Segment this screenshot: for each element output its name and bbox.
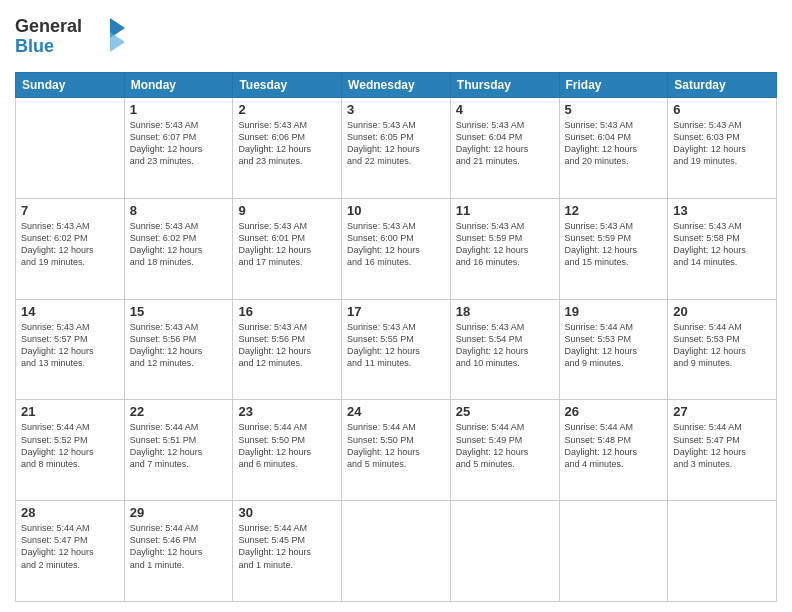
day-info: Sunrise: 5:43 AM Sunset: 5:57 PM Dayligh… xyxy=(21,321,119,370)
calendar-cell: 7Sunrise: 5:43 AM Sunset: 6:02 PM Daylig… xyxy=(16,198,125,299)
day-info: Sunrise: 5:44 AM Sunset: 5:48 PM Dayligh… xyxy=(565,421,663,470)
calendar-cell: 11Sunrise: 5:43 AM Sunset: 5:59 PM Dayli… xyxy=(450,198,559,299)
day-info: Sunrise: 5:43 AM Sunset: 6:07 PM Dayligh… xyxy=(130,119,228,168)
day-info: Sunrise: 5:44 AM Sunset: 5:47 PM Dayligh… xyxy=(21,522,119,571)
calendar-cell: 12Sunrise: 5:43 AM Sunset: 5:59 PM Dayli… xyxy=(559,198,668,299)
day-number: 28 xyxy=(21,505,119,520)
day-number: 6 xyxy=(673,102,771,117)
calendar-cell: 22Sunrise: 5:44 AM Sunset: 5:51 PM Dayli… xyxy=(124,400,233,501)
day-number: 5 xyxy=(565,102,663,117)
day-info: Sunrise: 5:43 AM Sunset: 5:58 PM Dayligh… xyxy=(673,220,771,269)
day-number: 8 xyxy=(130,203,228,218)
day-info: Sunrise: 5:43 AM Sunset: 6:05 PM Dayligh… xyxy=(347,119,445,168)
day-info: Sunrise: 5:43 AM Sunset: 6:04 PM Dayligh… xyxy=(456,119,554,168)
weekday-header-saturday: Saturday xyxy=(668,73,777,98)
day-number: 30 xyxy=(238,505,336,520)
calendar-cell: 18Sunrise: 5:43 AM Sunset: 5:54 PM Dayli… xyxy=(450,299,559,400)
day-number: 29 xyxy=(130,505,228,520)
calendar-cell: 14Sunrise: 5:43 AM Sunset: 5:57 PM Dayli… xyxy=(16,299,125,400)
weekday-header-wednesday: Wednesday xyxy=(342,73,451,98)
day-info: Sunrise: 5:43 AM Sunset: 6:02 PM Dayligh… xyxy=(130,220,228,269)
logo: General Blue xyxy=(15,10,125,64)
weekday-header-sunday: Sunday xyxy=(16,73,125,98)
calendar-cell: 28Sunrise: 5:44 AM Sunset: 5:47 PM Dayli… xyxy=(16,501,125,602)
calendar-cell: 23Sunrise: 5:44 AM Sunset: 5:50 PM Dayli… xyxy=(233,400,342,501)
calendar-cell: 25Sunrise: 5:44 AM Sunset: 5:49 PM Dayli… xyxy=(450,400,559,501)
calendar-cell xyxy=(450,501,559,602)
calendar-cell: 30Sunrise: 5:44 AM Sunset: 5:45 PM Dayli… xyxy=(233,501,342,602)
day-info: Sunrise: 5:43 AM Sunset: 5:59 PM Dayligh… xyxy=(565,220,663,269)
calendar-cell: 3Sunrise: 5:43 AM Sunset: 6:05 PM Daylig… xyxy=(342,98,451,199)
calendar-cell: 1Sunrise: 5:43 AM Sunset: 6:07 PM Daylig… xyxy=(124,98,233,199)
calendar-week-row: 14Sunrise: 5:43 AM Sunset: 5:57 PM Dayli… xyxy=(16,299,777,400)
svg-text:Blue: Blue xyxy=(15,36,54,56)
day-info: Sunrise: 5:43 AM Sunset: 5:54 PM Dayligh… xyxy=(456,321,554,370)
calendar-cell: 27Sunrise: 5:44 AM Sunset: 5:47 PM Dayli… xyxy=(668,400,777,501)
day-number: 3 xyxy=(347,102,445,117)
day-info: Sunrise: 5:43 AM Sunset: 6:01 PM Dayligh… xyxy=(238,220,336,269)
day-info: Sunrise: 5:43 AM Sunset: 6:02 PM Dayligh… xyxy=(21,220,119,269)
day-info: Sunrise: 5:43 AM Sunset: 5:55 PM Dayligh… xyxy=(347,321,445,370)
calendar-cell xyxy=(16,98,125,199)
calendar-week-row: 28Sunrise: 5:44 AM Sunset: 5:47 PM Dayli… xyxy=(16,501,777,602)
calendar-week-row: 7Sunrise: 5:43 AM Sunset: 6:02 PM Daylig… xyxy=(16,198,777,299)
calendar-cell: 10Sunrise: 5:43 AM Sunset: 6:00 PM Dayli… xyxy=(342,198,451,299)
calendar-cell: 6Sunrise: 5:43 AM Sunset: 6:03 PM Daylig… xyxy=(668,98,777,199)
calendar-cell: 19Sunrise: 5:44 AM Sunset: 5:53 PM Dayli… xyxy=(559,299,668,400)
day-number: 2 xyxy=(238,102,336,117)
day-number: 16 xyxy=(238,304,336,319)
calendar-cell: 9Sunrise: 5:43 AM Sunset: 6:01 PM Daylig… xyxy=(233,198,342,299)
weekday-header-row: SundayMondayTuesdayWednesdayThursdayFrid… xyxy=(16,73,777,98)
day-info: Sunrise: 5:44 AM Sunset: 5:51 PM Dayligh… xyxy=(130,421,228,470)
calendar-cell xyxy=(668,501,777,602)
day-number: 4 xyxy=(456,102,554,117)
day-number: 14 xyxy=(21,304,119,319)
day-info: Sunrise: 5:43 AM Sunset: 6:00 PM Dayligh… xyxy=(347,220,445,269)
day-info: Sunrise: 5:43 AM Sunset: 6:04 PM Dayligh… xyxy=(565,119,663,168)
logo-text: General Blue xyxy=(15,10,125,64)
calendar-cell: 15Sunrise: 5:43 AM Sunset: 5:56 PM Dayli… xyxy=(124,299,233,400)
calendar-cell: 20Sunrise: 5:44 AM Sunset: 5:53 PM Dayli… xyxy=(668,299,777,400)
day-number: 22 xyxy=(130,404,228,419)
day-number: 12 xyxy=(565,203,663,218)
calendar-week-row: 1Sunrise: 5:43 AM Sunset: 6:07 PM Daylig… xyxy=(16,98,777,199)
day-number: 9 xyxy=(238,203,336,218)
day-info: Sunrise: 5:44 AM Sunset: 5:53 PM Dayligh… xyxy=(565,321,663,370)
page: General Blue SundayMondayTuesdayWednesda… xyxy=(0,0,792,612)
calendar-cell: 13Sunrise: 5:43 AM Sunset: 5:58 PM Dayli… xyxy=(668,198,777,299)
calendar-cell xyxy=(342,501,451,602)
calendar-week-row: 21Sunrise: 5:44 AM Sunset: 5:52 PM Dayli… xyxy=(16,400,777,501)
day-number: 24 xyxy=(347,404,445,419)
calendar-cell: 16Sunrise: 5:43 AM Sunset: 5:56 PM Dayli… xyxy=(233,299,342,400)
day-number: 27 xyxy=(673,404,771,419)
day-number: 17 xyxy=(347,304,445,319)
weekday-header-tuesday: Tuesday xyxy=(233,73,342,98)
day-info: Sunrise: 5:43 AM Sunset: 5:59 PM Dayligh… xyxy=(456,220,554,269)
day-info: Sunrise: 5:44 AM Sunset: 5:53 PM Dayligh… xyxy=(673,321,771,370)
calendar-cell: 21Sunrise: 5:44 AM Sunset: 5:52 PM Dayli… xyxy=(16,400,125,501)
svg-marker-3 xyxy=(110,32,125,52)
calendar-cell: 5Sunrise: 5:43 AM Sunset: 6:04 PM Daylig… xyxy=(559,98,668,199)
calendar-cell: 29Sunrise: 5:44 AM Sunset: 5:46 PM Dayli… xyxy=(124,501,233,602)
day-number: 21 xyxy=(21,404,119,419)
day-info: Sunrise: 5:44 AM Sunset: 5:45 PM Dayligh… xyxy=(238,522,336,571)
day-number: 26 xyxy=(565,404,663,419)
weekday-header-thursday: Thursday xyxy=(450,73,559,98)
day-info: Sunrise: 5:44 AM Sunset: 5:49 PM Dayligh… xyxy=(456,421,554,470)
weekday-header-monday: Monday xyxy=(124,73,233,98)
calendar-cell: 26Sunrise: 5:44 AM Sunset: 5:48 PM Dayli… xyxy=(559,400,668,501)
calendar-cell: 8Sunrise: 5:43 AM Sunset: 6:02 PM Daylig… xyxy=(124,198,233,299)
day-info: Sunrise: 5:43 AM Sunset: 5:56 PM Dayligh… xyxy=(238,321,336,370)
calendar-cell xyxy=(559,501,668,602)
calendar-table: SundayMondayTuesdayWednesdayThursdayFrid… xyxy=(15,72,777,602)
day-number: 18 xyxy=(456,304,554,319)
day-number: 25 xyxy=(456,404,554,419)
day-info: Sunrise: 5:43 AM Sunset: 5:56 PM Dayligh… xyxy=(130,321,228,370)
calendar-cell: 2Sunrise: 5:43 AM Sunset: 6:06 PM Daylig… xyxy=(233,98,342,199)
calendar-cell: 17Sunrise: 5:43 AM Sunset: 5:55 PM Dayli… xyxy=(342,299,451,400)
day-number: 11 xyxy=(456,203,554,218)
header: General Blue xyxy=(15,10,777,64)
weekday-header-friday: Friday xyxy=(559,73,668,98)
day-info: Sunrise: 5:44 AM Sunset: 5:50 PM Dayligh… xyxy=(238,421,336,470)
day-info: Sunrise: 5:44 AM Sunset: 5:46 PM Dayligh… xyxy=(130,522,228,571)
